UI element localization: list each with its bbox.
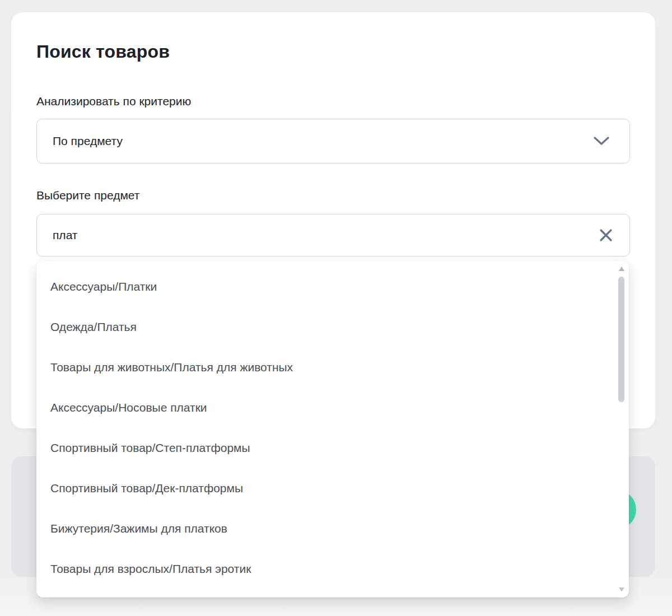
suggestion-option[interactable]: Аксессуары/Платки (36, 267, 629, 307)
scrollbar-thumb[interactable] (618, 277, 624, 402)
criterion-selected-value: По предмету (53, 134, 123, 148)
suggestion-option[interactable]: Бижутерия/Зажимы для платков (36, 508, 629, 549)
suggestion-option[interactable]: Товары для взрослых/Платья эротик (36, 549, 629, 589)
criterion-label: Анализировать по критерию (36, 95, 191, 108)
clear-icon[interactable] (594, 223, 618, 248)
suggestion-option[interactable]: Спортивный товар/Дек-платформы (36, 468, 629, 508)
scroll-up-icon[interactable] (619, 267, 624, 271)
subject-suggestions-dropdown: Аксессуары/ПлаткиОдежда/ПлатьяТовары для… (36, 261, 629, 598)
scroll-down-icon[interactable] (619, 587, 624, 592)
subject-field (36, 214, 630, 256)
suggestion-option[interactable]: Одежда/Платья (36, 307, 629, 347)
subject-label: Выберите предмет (36, 189, 139, 202)
suggestions-list: Аксессуары/ПлаткиОдежда/ПлатьяТовары для… (36, 261, 629, 598)
suggestion-option[interactable]: Спортивный товар/Степ-платформы (36, 428, 629, 468)
criterion-select[interactable]: По предмету (36, 119, 630, 164)
dropdown-scrollbar[interactable] (617, 264, 626, 594)
subject-input[interactable] (37, 214, 594, 256)
chevron-down-icon (589, 129, 614, 153)
suggestion-option[interactable]: Аксессуары/Носовые платки (36, 388, 629, 428)
suggestion-option[interactable]: Товары для животных/Платья для животных (36, 347, 629, 388)
page-title: Поиск товаров (36, 41, 170, 62)
